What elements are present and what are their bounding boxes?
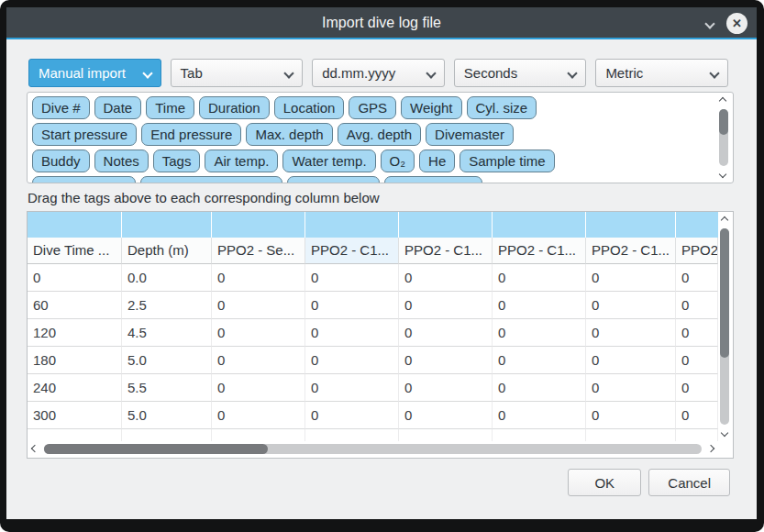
combobox-tab[interactable]: Tab [171,59,304,87]
table-cell [122,429,212,441]
table-cell: 0 [305,347,399,374]
tag-row: Start pressureEnd pressureMax. depthAvg.… [32,123,711,146]
drop-target-cell[interactable] [399,212,493,238]
table-cell: 0 [399,319,493,347]
column-header[interactable]: PPO2 - C1... [586,238,676,264]
combobox-value: Tab [181,65,203,81]
combobox-value: dd.mm.yyyy [322,65,395,81]
table-cell: 0 [676,319,718,347]
tag-chip[interactable]: Air temp. [205,150,278,172]
tag-chip[interactable]: Dive # [32,96,90,119]
drop-target-cell[interactable] [305,212,399,238]
table-cell: 0 [676,374,718,402]
tag-chip[interactable]: Sample temperature [140,176,283,183]
combobox-metric[interactable]: Metric [595,59,728,87]
tag-chip[interactable]: Date [94,96,142,119]
drop-target-cell[interactable] [28,212,122,238]
tag-chip[interactable]: Divemaster [426,123,514,146]
tag-chip[interactable]: Buddy [32,150,90,172]
combobox-seconds[interactable]: Seconds [454,59,587,87]
titlebar[interactable]: Import dive log file ✕ [6,7,757,39]
tag-chip[interactable]: Sample time [460,150,554,172]
tag-chip[interactable]: Avg. depth [338,123,421,146]
tag-chip[interactable]: Location [274,96,345,119]
scrollbar-track[interactable] [720,228,729,425]
scrollbar-thumb[interactable] [720,228,729,358]
table-cell: 0 [676,264,718,292]
drop-target-cell[interactable] [586,212,676,238]
tag-chip[interactable]: Start pressure [32,123,137,146]
ok-button[interactable]: OK [568,469,641,496]
tag-chip[interactable]: Sample CNS [384,176,482,183]
tag-chip[interactable]: Max. depth [246,123,332,146]
table-row-partial [28,429,718,441]
tag-chip[interactable]: Time [146,96,194,119]
combobox-dd-mm-yyyy[interactable]: dd.mm.yyyy [312,59,445,87]
column-header[interactable]: PPO2 - Se... [212,238,305,264]
table-header-row: Dive Time ...Depth (m)PPO2 - Se...PPO2 -… [28,238,718,264]
dialog-buttons: OK Cancel [568,469,730,496]
close-icon[interactable]: ✕ [726,13,747,34]
combobox-manual-import[interactable]: Manual import [28,59,161,87]
tag-chip[interactable]: Duration [199,96,270,119]
tag-chip[interactable]: O₂ [381,150,415,172]
scroll-up-icon[interactable] [719,97,726,105]
scroll-left-icon[interactable] [31,445,39,452]
table-cell: 180 [28,347,122,374]
drop-target-cell[interactable] [122,212,212,238]
tag-chip[interactable]: He [419,150,455,172]
chevron-down-icon [142,68,152,78]
combobox-value: Metric [605,65,643,81]
scrollbar-thumb[interactable] [719,109,728,135]
scrollbar-thumb[interactable] [44,444,268,454]
tag-chip[interactable]: End pressure [141,123,241,146]
drop-target-cell[interactable] [676,212,718,238]
table-cell: 0 [399,347,493,374]
scroll-up-icon[interactable] [721,216,728,224]
column-header[interactable]: Depth (m) [122,238,212,264]
column-header[interactable]: Dive Time ... [28,238,122,264]
table-cell: 0 [212,292,305,319]
table-cell: 0 [305,292,399,319]
tag-pool-scrollbar[interactable] [716,94,731,181]
scroll-down-icon[interactable] [721,429,728,437]
combobox-value: Seconds [464,65,517,81]
table-vertical-scrollbar[interactable] [718,214,731,439]
column-header[interactable]: PPO2 - C1... [676,238,718,264]
tag-chip[interactable]: Cyl. size [467,96,537,119]
table-cell: 0 [212,374,305,402]
drag-instruction-label: Drag the tags above to each correspondin… [28,190,380,205]
tag-row: Dive #DateTimeDurationLocationGPSWeightC… [32,96,711,119]
table-cell: 0 [399,374,493,402]
scrollbar-track[interactable] [44,444,702,454]
table-cell [28,429,122,441]
table-cell: 2.5 [122,292,212,319]
tag-chip[interactable]: Sample depth [32,176,136,183]
table-row: 602.5000000 [28,292,718,319]
table-cell: 0 [586,292,676,319]
drop-target-cell[interactable] [212,212,305,238]
drop-target-row [28,212,718,238]
tag-chip[interactable]: Sample pO₂ [287,176,380,183]
chevron-down-icon [568,68,578,78]
cancel-button[interactable]: Cancel [648,469,730,496]
drop-target-cell[interactable] [493,212,586,238]
shade-chevron-down-icon[interactable] [704,18,714,28]
tag-chip[interactable]: GPS [349,96,396,119]
column-header[interactable]: PPO2 - C1... [305,238,399,264]
table-cell: 0 [586,402,676,429]
table-horizontal-scrollbar[interactable] [28,441,718,458]
column-header[interactable]: PPO2 - C1... [493,238,586,264]
tag-chip[interactable]: Weight [401,96,461,119]
scroll-right-icon[interactable] [707,445,714,452]
tag-chip[interactable]: Water temp. [282,150,375,172]
tag-chip[interactable]: Notes [94,150,149,172]
table-cell: 0 [676,347,718,374]
scrollbar-track[interactable] [719,109,728,166]
import-options-toolbar: Manual importTabdd.mm.yyyySecondsMetric [28,59,728,87]
table-cell: 5.0 [122,402,212,429]
table-row: 1204.5000000 [28,319,718,347]
scroll-down-icon[interactable] [719,171,726,178]
tag-chip[interactable]: Tags [153,150,201,172]
column-header[interactable]: PPO2 - C1... [399,238,493,264]
